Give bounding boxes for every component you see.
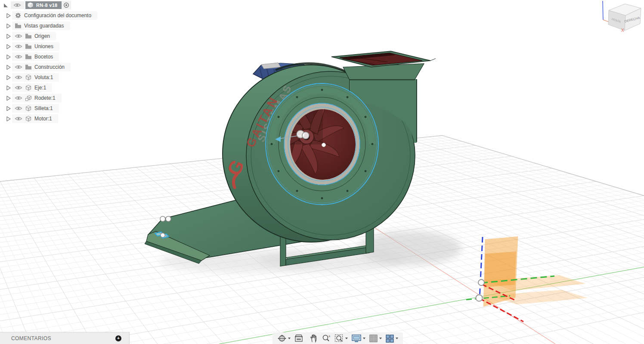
display-settings-button[interactable]: [350, 333, 367, 344]
tree-item-label: Motor:1: [34, 116, 54, 122]
collapse-browser-icon[interactable]: [3, 2, 9, 9]
visibility-eye-icon[interactable]: [15, 75, 22, 80]
orbit-icon: [277, 334, 287, 343]
body-cube-icon: [25, 85, 32, 91]
origin-handle[interactable]: [478, 280, 484, 286]
grid-icon: [369, 334, 378, 343]
look-at-icon: [294, 334, 303, 343]
origin-handle[interactable]: [476, 295, 483, 301]
tree-row[interactable]: Motor:1: [0, 114, 97, 124]
tree-row[interactable]: Uniones: [0, 41, 97, 52]
fit-button[interactable]: [333, 333, 349, 344]
browser-root-row[interactable]: RN-8 v18: [0, 0, 97, 10]
tree-row[interactable]: Vistas guardadas: [0, 21, 97, 31]
browser-tree[interactable]: RN-8 v18: [0, 0, 97, 124]
visibility-eye-icon[interactable]: [15, 34, 22, 39]
tree-row[interactable]: Silleta:1: [0, 103, 97, 114]
disclosure-arrow-icon[interactable]: [6, 54, 11, 60]
tree-item-label: Construcción: [34, 64, 66, 70]
gear-icon: [15, 12, 22, 18]
tree-item-label: Eje:1: [34, 85, 48, 91]
pan-button[interactable]: [308, 333, 319, 344]
origin-point[interactable]: [322, 143, 326, 147]
dropdown-caret-icon[interactable]: [396, 338, 398, 339]
add-comment-button[interactable]: +: [115, 335, 121, 341]
tree-item-label: Uniones: [34, 43, 55, 49]
disclosure-arrow-icon[interactable]: [6, 85, 11, 91]
visibility-eye-icon[interactable]: [15, 95, 22, 101]
component-icon: [27, 2, 34, 8]
document-title: RN-8 v18: [36, 3, 57, 8]
display-monitor-icon: [351, 334, 362, 343]
fit-magnifier-icon: [334, 334, 344, 343]
comments-panel[interactable]: COMENTARIOS +: [0, 332, 130, 344]
tree-item-label: Configuración del documento: [24, 12, 93, 18]
grid-settings-button[interactable]: [368, 333, 383, 344]
tree-item-label: Silleta:1: [34, 105, 55, 111]
disclosure-arrow-icon[interactable]: [6, 75, 11, 80]
folder-icon: [25, 64, 32, 70]
folder-icon: [25, 54, 32, 60]
component-icon: [25, 95, 32, 101]
visibility-eye-icon[interactable]: [15, 64, 22, 70]
zoom-magnifier-icon: ±: [322, 334, 331, 343]
dropdown-caret-icon[interactable]: [288, 338, 291, 339]
tree-item-label: Voluta:1: [34, 74, 55, 80]
tree-row[interactable]: Bocetos: [0, 52, 97, 62]
folder-icon: [25, 43, 32, 49]
navigation-toolbar[interactable]: ±: [272, 332, 403, 344]
look-at-button[interactable]: [293, 333, 305, 344]
tree-row[interactable]: Configuración del documento: [0, 10, 97, 21]
tree-item-label: Rodete:1: [34, 95, 57, 101]
disclosure-arrow-icon[interactable]: [6, 95, 11, 101]
tree-row[interactable]: Origen: [0, 31, 97, 41]
tree-row[interactable]: Construcción: [0, 62, 97, 72]
tree-item-label: Bocetos: [34, 54, 55, 60]
tree-item-label: Origen: [34, 33, 52, 39]
viewports-icon: [385, 334, 394, 343]
viewcube-x-axis-label: X: [621, 28, 624, 33]
tree-item-label: Vistas guardadas: [24, 23, 66, 29]
dropdown-caret-icon[interactable]: [379, 338, 382, 339]
body-cube-icon: [25, 105, 32, 111]
pan-hand-icon: [310, 334, 318, 343]
body-cube-icon: [25, 74, 32, 80]
visibility-eye-icon[interactable]: [15, 106, 22, 111]
disclosure-arrow-icon[interactable]: [6, 13, 11, 18]
folder-icon: [25, 33, 32, 39]
root-visibility[interactable]: [11, 1, 25, 9]
viewports-button[interactable]: [384, 333, 399, 344]
tree-row[interactable]: Voluta:1: [0, 72, 97, 83]
orbit-button[interactable]: [276, 333, 292, 344]
visibility-eye-icon[interactable]: [15, 44, 22, 49]
disclosure-arrow-icon[interactable]: [6, 23, 11, 29]
comments-label: COMENTARIOS: [11, 335, 115, 341]
view-cube[interactable]: FRONTAL DERECHA X: [603, 1, 641, 33]
radio-dot-icon: [63, 2, 69, 8]
zoom-button[interactable]: ±: [320, 333, 332, 344]
disclosure-arrow-icon[interactable]: [6, 44, 11, 49]
disclosure-arrow-icon[interactable]: [6, 34, 11, 39]
inlet-ring[interactable]: [266, 83, 378, 205]
tree-row[interactable]: Rodete:1: [0, 93, 97, 103]
disclosure-arrow-icon[interactable]: [6, 116, 11, 122]
disclosure-arrow-icon[interactable]: [6, 64, 11, 70]
body-cube-icon: [25, 116, 32, 122]
disclosure-arrow-icon[interactable]: [6, 106, 11, 111]
visibility-eye-icon[interactable]: [15, 54, 22, 59]
dropdown-caret-icon[interactable]: [345, 338, 348, 339]
visibility-eye-icon[interactable]: [15, 116, 22, 121]
visibility-eye-icon[interactable]: [15, 85, 22, 90]
svg-text:±: ±: [328, 334, 331, 338]
activate-component-radio[interactable]: [62, 1, 71, 9]
dropdown-caret-icon[interactable]: [363, 338, 365, 339]
tree-row[interactable]: Eje:1: [0, 83, 97, 93]
root-document-chip[interactable]: RN-8 v18: [25, 1, 62, 9]
visibility-eye-icon[interactable]: [13, 3, 21, 8]
folder-icon: [15, 23, 22, 29]
